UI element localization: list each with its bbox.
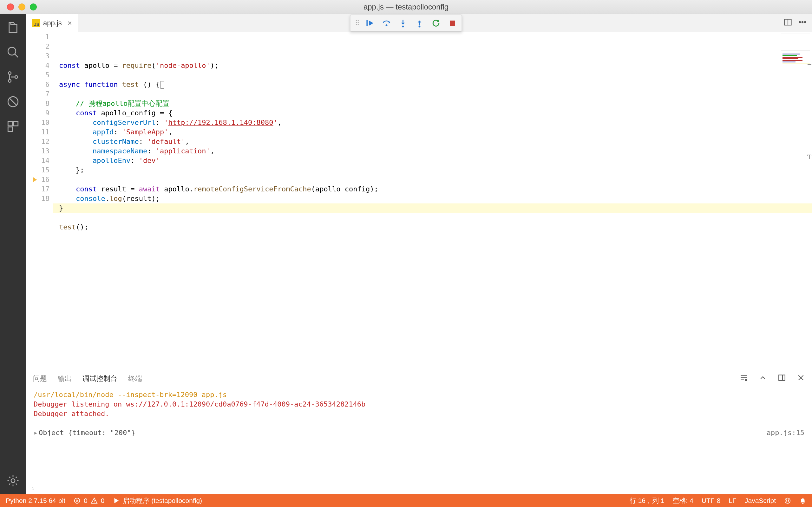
svg-rect-3: [450, 20, 455, 26]
status-encoding[interactable]: UTF-8: [702, 497, 721, 504]
debug-icon[interactable]: [6, 95, 20, 109]
status-cursor-position[interactable]: 行 16，列 1: [629, 496, 664, 505]
code-line[interactable]: }: [53, 204, 812, 213]
titlebar: app.js — testapolloconfig: [0, 0, 812, 14]
status-indentation[interactable]: 空格: 4: [673, 496, 693, 505]
minimap[interactable]: [781, 34, 810, 51]
svg-point-16: [804, 21, 806, 22]
svg-point-20: [786, 500, 787, 500]
tab-close-icon[interactable]: ×: [67, 19, 72, 27]
debug-stop-button[interactable]: [448, 18, 457, 28]
svg-rect-9: [8, 121, 12, 126]
overview-ruler: T: [806, 32, 812, 371]
status-feedback-icon[interactable]: [784, 497, 791, 504]
code-line[interactable]: clusterName: 'default',: [53, 137, 812, 147]
status-python-version[interactable]: Python 2.7.15 64-bit: [6, 497, 65, 504]
expand-caret-icon[interactable]: ▸: [34, 428, 39, 438]
code-editor[interactable]: 123456789101112131415161718 const apollo…: [26, 32, 812, 371]
code-line[interactable]: };: [53, 165, 812, 175]
code-line[interactable]: apolloEnv: 'dev': [53, 156, 812, 165]
activity-bar: [0, 14, 26, 494]
status-language[interactable]: JavaScript: [745, 497, 776, 504]
status-eol[interactable]: LF: [728, 497, 737, 504]
code-line[interactable]: [53, 70, 812, 80]
panel-tab-output[interactable]: 输出: [58, 374, 72, 383]
split-editor-icon[interactable]: [783, 18, 792, 29]
svg-rect-17: [779, 375, 785, 380]
debug-toolbar: ⠿: [350, 14, 462, 32]
debug-step-over-button[interactable]: [382, 18, 392, 28]
code-line[interactable]: async function test () {: [53, 80, 812, 89]
debug-step-out-button[interactable]: [415, 18, 424, 28]
debug-repl-input[interactable]: [26, 483, 812, 494]
debug-restart-button[interactable]: [432, 18, 441, 28]
settings-gear-icon[interactable]: [6, 473, 20, 488]
code-line[interactable]: [53, 175, 812, 184]
svg-point-15: [802, 21, 803, 22]
bottom-panel: 问题 输出 调试控制台 终端 /usr/local/bin/node --ins…: [26, 371, 812, 494]
panel-tab-terminal[interactable]: 终端: [128, 374, 142, 383]
search-icon[interactable]: [6, 45, 20, 60]
status-launch-config[interactable]: 启动程序 (testapolloconfig): [113, 496, 202, 505]
explorer-icon[interactable]: [6, 20, 20, 35]
debug-step-into-button[interactable]: [398, 18, 408, 28]
code-line[interactable]: const apollo_config = {: [53, 108, 812, 118]
code-line[interactable]: namespaceName: 'application',: [53, 147, 812, 156]
status-bell-icon[interactable]: [799, 497, 806, 504]
panel-tab-debug-console[interactable]: 调试控制台: [83, 374, 117, 383]
drag-handle-icon[interactable]: ⠿: [355, 19, 358, 27]
code-line[interactable]: console.log(result);: [53, 194, 812, 204]
clear-console-icon[interactable]: [740, 374, 748, 384]
svg-point-2: [419, 26, 420, 27]
code-line[interactable]: // 携程apollo配置中心配置: [53, 99, 812, 108]
svg-point-1: [402, 26, 404, 27]
console-line: /usr/local/bin/node --inspect-brk=12090 …: [34, 390, 804, 400]
code-line[interactable]: test();: [53, 222, 812, 232]
window-title: app.js — testapolloconfig: [0, 3, 812, 11]
code-line[interactable]: [53, 89, 812, 99]
debug-continue-button[interactable]: [365, 18, 375, 28]
console-source-link[interactable]: app.js:15: [767, 428, 804, 438]
javascript-file-icon: JS: [32, 19, 40, 27]
panel-collapse-icon[interactable]: [759, 374, 767, 384]
svg-point-0: [386, 24, 388, 26]
svg-point-21: [788, 500, 789, 500]
panel-maximize-icon[interactable]: [778, 374, 786, 384]
svg-point-5: [8, 72, 11, 74]
status-bar: Python 2.7.15 64-bit 0 0 启动程序 (testapoll…: [0, 494, 812, 507]
editor-tab-active[interactable]: JS app.js ×: [26, 14, 78, 32]
code-line[interactable]: const result = await apollo.remoteConfig…: [53, 184, 812, 194]
console-line: Debugger attached.: [34, 409, 804, 418]
code-line[interactable]: appId: 'SampleApp',: [53, 127, 812, 137]
code-line[interactable]: [53, 213, 812, 222]
panel-close-icon[interactable]: [797, 374, 805, 384]
source-control-icon[interactable]: [6, 70, 20, 84]
svg-point-7: [15, 76, 18, 78]
svg-point-14: [799, 21, 801, 22]
more-actions-icon[interactable]: [798, 18, 807, 29]
console-object[interactable]: Object {timeout: "200"}: [39, 429, 136, 437]
svg-point-4: [8, 47, 16, 55]
tab-filename: app.js: [43, 19, 62, 27]
svg-rect-10: [14, 121, 18, 126]
code-line[interactable]: configServerUrl: 'http://192.168.1.140:8…: [53, 118, 812, 127]
code-line[interactable]: const apollo = require('node-apollo');: [53, 61, 812, 70]
extensions-icon[interactable]: [6, 119, 20, 134]
svg-rect-11: [8, 127, 12, 131]
console-line: Debugger listening on ws://127.0.0.1:120…: [34, 400, 804, 409]
svg-point-6: [8, 79, 11, 82]
svg-point-19: [785, 498, 791, 504]
status-problems[interactable]: 0 0: [73, 497, 104, 504]
panel-tab-problems[interactable]: 问题: [33, 374, 47, 383]
svg-point-12: [11, 479, 15, 483]
